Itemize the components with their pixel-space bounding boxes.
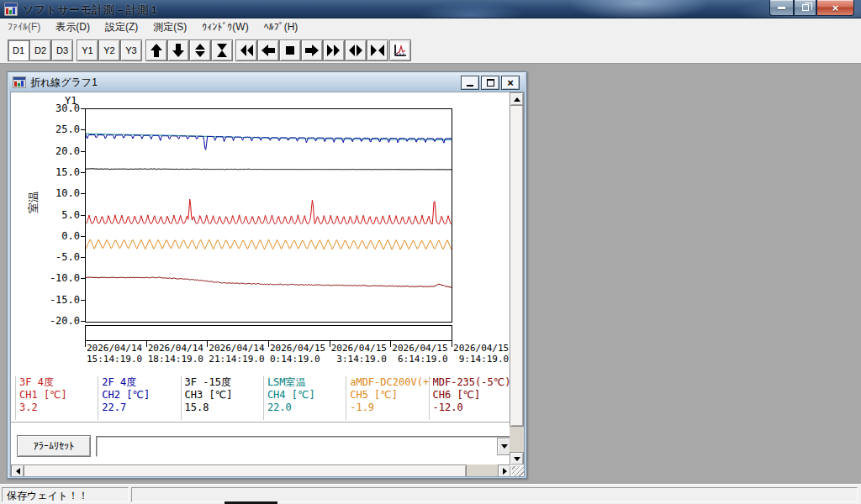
y-tick-label: 5.0	[43, 209, 80, 221]
legend-name: aMDF-DC200V(+7	[350, 376, 430, 389]
scroll-up-button[interactable]	[510, 92, 524, 106]
y-tick-label: -5.0	[43, 251, 80, 263]
toolbar-button-stop-stop-square-icon[interactable]	[279, 39, 301, 61]
legend-value: -12.0	[433, 402, 514, 414]
scroll-left-button[interactable]	[11, 465, 24, 477]
graph-close-button[interactable]: ×	[501, 76, 520, 90]
resize-grip[interactable]	[510, 465, 524, 477]
menu-item-5[interactable]: ﾍﾙﾌﾟ(H)	[256, 19, 306, 34]
status-panel-2	[131, 487, 858, 502]
series-line-ch5	[86, 239, 452, 249]
vertical-scrollbar-thumb[interactable]	[510, 104, 524, 427]
y-tick-label: 15.0	[43, 166, 80, 178]
graph-window-titlebar[interactable]: 折れ線グラフ1 ×	[9, 73, 525, 92]
restore-button[interactable]	[794, 0, 816, 16]
y-tick-label: 10.0	[43, 187, 80, 199]
legend-name: 2F 4度	[102, 376, 182, 389]
series-line-ch3	[86, 169, 452, 170]
minimize-button[interactable]	[769, 0, 794, 16]
legend-value: 22.7	[102, 402, 182, 414]
x-tick-date: 2026/04/14	[209, 343, 264, 354]
graph-minimize-button[interactable]	[461, 76, 479, 90]
toolbar-button-scroll-up-arrow-up-icon[interactable]	[145, 39, 167, 61]
toolbar-button-scroll-down-arrow-down-icon[interactable]	[167, 39, 189, 61]
legend-channel: CH2 [℃]	[102, 389, 182, 402]
chevron-down-icon	[501, 444, 508, 449]
graph-window-icon	[13, 76, 26, 88]
toolbar: D1D2D3Y1Y2Y3	[0, 35, 861, 64]
graph-minimize-icon	[467, 85, 473, 87]
toolbar-button-rewind-double-left-icon[interactable]	[235, 39, 257, 61]
menu-item-4[interactable]: ｳｨﾝﾄﾞｳ(W)	[194, 19, 256, 34]
toolbar-button-fast-forward-double-right-icon[interactable]	[323, 39, 345, 61]
graph-maximize-button[interactable]	[481, 76, 499, 90]
toolbar-button-step-left-arrow-left-icon[interactable]	[257, 39, 279, 61]
y-tick-label: -10.0	[43, 272, 80, 284]
legend-channel-4: LSM室温CH4 [℃]22.0	[267, 376, 348, 414]
legend-channel-5: aMDF-DC200V(+7CH5 [℃]-1.9	[350, 376, 430, 414]
x-tick-time: 3:14:19.0	[331, 354, 387, 365]
legend-channel-2: 2F 4度CH2 [℃]22.7	[102, 376, 182, 414]
arrow-up-icon	[514, 97, 520, 102]
toolbar-button-d3[interactable]: D3	[51, 39, 73, 61]
arrow-down-icon	[514, 457, 520, 461]
mdi-area: 折れ線グラフ1 × Y1 室温 30.025.020.015.010.05.00…	[0, 64, 861, 484]
toolbar-button-shrink-horizontal-collapse-horz-icon[interactable]	[367, 39, 388, 61]
toolbar-button-d1[interactable]: D1	[8, 39, 29, 61]
x-tick-mark	[146, 341, 147, 347]
toolbar-button-graph-settings-chart-icon[interactable]	[389, 39, 411, 61]
legend-value: -1.9	[350, 402, 430, 414]
separator-line	[11, 422, 525, 423]
channel-legend: 3F 4度CH1 [℃]3.22F 4度CH2 [℃]22.73F -15度CH…	[11, 375, 525, 422]
arrow-right-icon	[503, 468, 507, 475]
toolbar-button-y1[interactable]: Y1	[77, 39, 98, 61]
legend-value: 3.2	[19, 402, 100, 414]
scroll-down-button[interactable]	[510, 452, 524, 465]
horizontal-scrollbar[interactable]	[11, 465, 511, 477]
toolbar-button-expand-vertical-expand-vert-icon[interactable]	[189, 39, 211, 61]
y-tick-label: 30.0	[43, 102, 80, 114]
menu-item-0[interactable]: ﾌｧｲﾙ(F)	[0, 19, 48, 34]
legend-channel: CH6 [℃]	[433, 389, 514, 402]
arrow-left-icon	[16, 468, 20, 475]
window-titlebar: ソフトサーモ計測－計測１ ×	[0, 0, 861, 18]
toolbar-button-step-right-arrow-right-icon[interactable]	[301, 39, 323, 61]
alarm-strip	[85, 325, 452, 341]
x-tick-time: 9:14:19.0	[453, 354, 509, 365]
horizontal-scrollbar-thumb[interactable]	[11, 465, 467, 477]
toolbar-button-d2[interactable]: D2	[29, 39, 51, 61]
close-button[interactable]: ×	[816, 0, 854, 16]
app-icon	[4, 3, 18, 16]
chart-lines	[86, 109, 452, 322]
x-tick-date: 2026/04/14	[148, 343, 203, 354]
x-tick-date: 2026/04/15	[453, 343, 509, 354]
menu-item-1[interactable]: 表示(D)	[48, 18, 98, 36]
toolbar-button-y3[interactable]: Y3	[120, 39, 142, 61]
x-tick-date: 2026/04/14	[87, 343, 142, 354]
alarm-combo-box[interactable]	[96, 436, 513, 457]
x-tick-time: 0:14:19.0	[270, 354, 320, 365]
alarm-reset-button[interactable]: ｱﾗｰﾑﾘｾｯﾄ	[17, 435, 91, 457]
window-title: ソフトサーモ計測－計測１	[23, 3, 161, 18]
toolbar-button-shrink-vertical-hourglass-icon[interactable]	[211, 39, 233, 61]
menu-bar: ﾌｧｲﾙ(F)表示(D)設定(Z)測定(S)ｳｨﾝﾄﾞｳ(W)ﾍﾙﾌﾟ(H)	[0, 18, 861, 35]
scroll-right-button[interactable]	[498, 465, 511, 477]
y-tick-label: 25.0	[43, 123, 80, 135]
y-tick-label: -20.0	[43, 315, 80, 327]
menu-item-2[interactable]: 設定(Z)	[98, 18, 145, 36]
menu-item-3[interactable]: 測定(S)	[145, 18, 194, 36]
caption-buttons: ×	[769, 0, 854, 16]
y-axis-label: 室温	[26, 192, 41, 213]
legend-channel-1: 3F 4度CH1 [℃]3.2	[19, 376, 100, 414]
toolbar-button-y2[interactable]: Y2	[98, 39, 120, 61]
legend-channel: CH1 [℃]	[19, 389, 100, 402]
legend-channel-3: 3F -15度CH3 [℃]15.8	[185, 376, 266, 414]
restore-icon	[802, 4, 809, 11]
close-icon: ×	[832, 3, 839, 13]
vertical-scrollbar[interactable]	[510, 92, 524, 465]
graph-window-title: 折れ線グラフ1	[30, 76, 98, 90]
status-bar: 保存ウェイト！！	[0, 484, 861, 504]
x-tick-mark	[268, 341, 269, 347]
minimize-icon	[778, 7, 785, 9]
toolbar-button-expand-horizontal-expand-horz-icon[interactable]	[345, 39, 367, 61]
